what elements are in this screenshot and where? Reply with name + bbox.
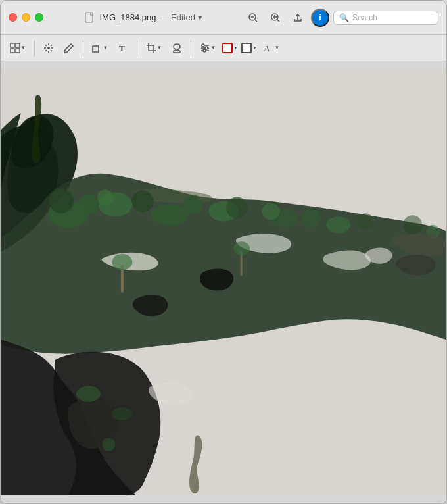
svg-point-32 [205,47,208,49]
stamp-button[interactable] [168,39,186,57]
photo-canvas [1,61,446,503]
maximize-button[interactable] [35,13,43,22]
svg-rect-10 [16,43,20,47]
svg-line-17 [45,45,47,46]
shapes-arrow: ▼ [103,45,108,51]
view-mode-arrow: ▼ [21,45,26,51]
canvas-area [1,61,446,503]
stroke-color-swatch [222,43,233,53]
window-edited-label: — Edited ▾ [160,13,202,22]
svg-line-3 [255,20,257,22]
svg-point-33 [203,49,206,52]
divider-1 [34,40,35,56]
svg-point-47 [226,197,248,219]
svg-point-43 [78,194,99,214]
svg-text:A: A [264,44,270,53]
svg-line-18 [51,50,52,51]
svg-point-42 [49,189,74,213]
svg-point-38 [151,204,189,226]
svg-point-51 [403,215,422,234]
app-window: IMG_1884.png — Edited ▾ [0,0,447,504]
svg-point-41 [326,216,350,233]
magic-wand-button[interactable] [39,39,58,57]
close-button[interactable] [9,13,17,22]
fill-color-arrow: ▼ [252,45,257,50]
svg-point-50 [357,213,373,230]
toolbar-tools: ▼ [1,35,446,61]
svg-point-44 [97,189,114,206]
crop-button[interactable]: ▼ [142,39,166,57]
text-button[interactable]: T [114,39,132,57]
shapes-button[interactable]: ▼ [88,39,112,57]
fill-color-swatch [241,43,252,53]
svg-point-56 [233,241,250,255]
stroke-color-button[interactable]: ▼ [222,39,239,57]
svg-line-20 [45,50,47,51]
svg-rect-9 [11,43,14,47]
svg-point-45 [131,190,153,212]
stroke-color-arrow: ▼ [233,45,238,50]
divider-2 [83,40,83,56]
svg-point-57 [76,386,101,402]
info-button[interactable]: i [311,9,329,27]
pencil-button[interactable] [60,39,78,57]
crop-arrow: ▼ [157,45,162,51]
view-mode-button[interactable]: ▼ [6,39,30,57]
font-arrow: ▼ [275,45,280,51]
file-icon [85,12,95,24]
titlebar-center: IMG_1884.png — Edited ▾ [43,12,244,24]
window-title: IMG_1884.png [99,13,156,22]
svg-rect-25 [174,51,180,53]
search-input[interactable] [352,13,433,22]
zoom-in-button[interactable] [266,9,285,27]
search-icon: 🔍 [339,13,349,22]
svg-point-58 [112,407,133,421]
svg-point-54 [112,254,133,270]
svg-line-7 [277,20,279,22]
svg-point-21 [47,47,50,49]
svg-rect-12 [16,49,20,53]
search-bar[interactable]: 🔍 [333,11,438,25]
svg-point-24 [174,44,180,49]
svg-rect-11 [11,49,14,53]
traffic-lights [9,13,43,22]
svg-point-49 [302,209,321,228]
svg-line-19 [51,45,52,46]
divider-3 [137,40,137,56]
svg-point-59 [102,438,116,451]
fill-color-button[interactable]: ▼ [241,39,258,57]
share-button[interactable] [289,9,307,27]
font-button[interactable]: A ▼ [260,39,283,57]
svg-rect-55 [241,252,243,276]
zoom-out-button[interactable] [244,9,262,27]
svg-point-48 [262,203,280,220]
svg-text:T: T [119,43,125,53]
divider-4 [191,40,191,56]
minimize-button[interactable] [22,13,30,22]
adjust-arrow: ▼ [211,45,216,51]
titlebar: IMG_1884.png — Edited ▾ [1,1,446,35]
svg-point-46 [183,195,202,214]
svg-rect-0 [85,13,93,22]
titlebar-right: i 🔍 [244,9,438,27]
svg-rect-22 [93,46,99,52]
svg-point-31 [202,44,204,47]
adjust-button[interactable]: ▼ [196,39,220,57]
